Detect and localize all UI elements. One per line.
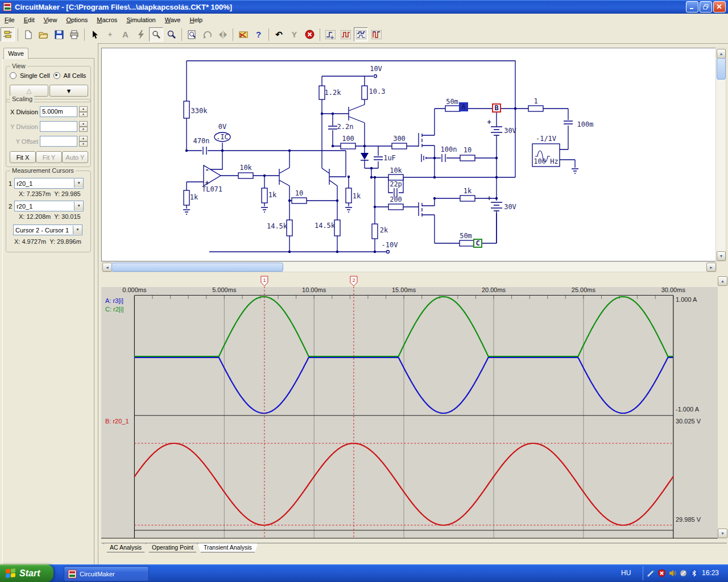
menu-file[interactable]: File <box>0 15 19 24</box>
chevron-down-icon[interactable]: ▼ <box>74 202 83 210</box>
rotate-button[interactable] <box>200 27 214 41</box>
scroll-right-button[interactable]: ► <box>706 263 716 272</box>
plus-icon: + <box>108 30 113 39</box>
wave-scroll-down-button[interactable]: ▼ <box>718 529 727 538</box>
menu-macros[interactable]: Macros <box>92 15 122 24</box>
cursor2-signal-select[interactable]: r20_1▼ <box>14 201 84 211</box>
components-button[interactable] <box>1 27 15 41</box>
x-division-input[interactable]: 5.000m <box>40 106 77 117</box>
scaling-group: Scaling X Division 5.000m ▲▼ Y Division … <box>6 99 91 167</box>
start-button[interactable]: Start <box>0 564 53 582</box>
zoom-window-button[interactable] <box>185 27 199 41</box>
scroll-left-button[interactable]: ◄ <box>102 263 112 272</box>
vscroll-thumb[interactable] <box>717 58 726 80</box>
component-label: 50m <box>446 98 458 106</box>
clock[interactable]: 16:23 <box>702 569 719 577</box>
switch-tool-button[interactable] <box>236 27 250 41</box>
component-label: 330k <box>191 107 208 115</box>
up-arrow-icon: ▲ <box>719 52 723 56</box>
undo-button[interactable]: ↶ <box>272 27 286 41</box>
tablet-settings-icon[interactable] <box>679 568 688 578</box>
text-tool-button[interactable]: A <box>118 27 133 41</box>
app-icon <box>3 2 12 11</box>
chevron-down-icon[interactable]: ▼ <box>74 179 83 188</box>
new-button[interactable] <box>21 27 35 41</box>
print-button[interactable] <box>67 27 81 41</box>
restore-button[interactable] <box>700 1 712 13</box>
zoom-tool-button[interactable] <box>164 27 179 41</box>
svg-text:A: A <box>461 103 466 111</box>
menu-edit[interactable]: Edit <box>19 15 39 24</box>
x-division-spinner[interactable]: ▲▼ <box>79 106 88 117</box>
bluetooth-icon[interactable] <box>689 568 699 578</box>
close-button[interactable] <box>713 1 726 13</box>
component-label: 10k <box>239 164 252 172</box>
cell-up-button[interactable]: △ <box>10 85 48 97</box>
schematic-vscrollbar[interactable]: ▲ ▼ <box>715 48 726 261</box>
menu-simulation[interactable]: Simulation <box>122 15 160 24</box>
component-label: -10V <box>382 241 398 249</box>
y-offset-input <box>40 136 77 147</box>
tab-ac-analysis[interactable]: AC Analysis <box>104 543 148 552</box>
menu-options[interactable]: Options <box>61 15 92 24</box>
y-division-label: Y Division <box>9 123 38 130</box>
volume-icon[interactable] <box>668 568 677 578</box>
menu-view[interactable]: View <box>39 15 62 24</box>
mixed-analysis-button[interactable] <box>369 27 383 41</box>
component-label: 30V <box>504 127 516 135</box>
stop-icon <box>305 30 315 39</box>
toolbar: + A ? ↶ Y <box>0 26 728 44</box>
lightning-run-button[interactable] <box>134 27 148 41</box>
transient-analysis-button[interactable] <box>338 27 353 41</box>
cursor2-index: 2 <box>9 203 12 210</box>
security-shield-icon[interactable] <box>657 568 667 578</box>
single-cell-radio[interactable] <box>10 72 16 79</box>
chevron-down-icon[interactable]: ▼ <box>73 226 82 234</box>
system-tray <box>646 568 699 578</box>
menu-help[interactable]: Help <box>185 15 207 24</box>
component-label: 100 Hz <box>533 157 558 165</box>
save-button[interactable] <box>52 27 66 41</box>
language-indicator[interactable]: HU <box>621 569 631 577</box>
title-bar: CircuitMaker - [C:\Program Files\...\ala… <box>0 0 728 14</box>
probe-tool-button[interactable] <box>149 27 163 41</box>
all-cells-radio[interactable] <box>53 72 60 79</box>
cell-down-button[interactable]: ▼ <box>49 85 88 97</box>
scroll-up-button[interactable]: ▲ <box>717 49 726 59</box>
schematic-canvas[interactable]: 10V1.2k10.3330k0V.IC470n2.2n1003001uFTL0… <box>101 48 717 261</box>
component-label: 22p <box>390 180 402 188</box>
wrench-button[interactable]: Y <box>287 27 301 41</box>
circuitmaker-icon <box>68 569 77 579</box>
taskbar-item-circuitmaker[interactable]: CircuitMaker <box>64 566 149 581</box>
cursor1-signal-select[interactable]: r20_1▼ <box>14 178 84 189</box>
plus-tool-button[interactable]: + <box>103 27 117 41</box>
cursor-diff-select[interactable]: Cursor 2 - Cursor 1▼ <box>13 225 82 235</box>
taskbar-item-label: CircuitMaker <box>80 571 115 577</box>
tab-wave[interactable]: Wave <box>3 48 28 59</box>
minimize-button[interactable] <box>686 1 698 13</box>
waveform-panel[interactable]: 12 A: r3[i] C: r2[i] B: r20_1 1.000 A -1… <box>101 275 718 543</box>
component-label: 1.2k <box>325 89 342 97</box>
scroll-down-button[interactable]: ▼ <box>717 251 726 261</box>
tab-transient-analysis[interactable]: Transient Analysis <box>197 543 258 552</box>
mirror-button[interactable] <box>216 27 230 41</box>
plot1-ymax-label: 1.000 A <box>676 296 697 303</box>
open-button[interactable] <box>36 27 51 41</box>
select-arrow-button[interactable] <box>88 27 102 41</box>
component-label: + <box>205 179 209 187</box>
schematic-hscrollbar[interactable]: ◄ ► <box>101 261 717 272</box>
stop-simulation-button[interactable] <box>303 27 317 41</box>
tab-operating-point[interactable]: Operating Point <box>146 543 200 552</box>
digital-analysis-button[interactable] <box>323 27 337 41</box>
hscroll-thumb[interactable] <box>111 263 283 272</box>
y-offset-spinner: ▲▼ <box>79 136 88 147</box>
multimeter-analysis-button[interactable] <box>354 27 368 41</box>
help-button[interactable]: ? <box>251 27 266 41</box>
tablet-pen-icon[interactable] <box>646 568 656 578</box>
menu-wave[interactable]: Wave <box>160 15 185 24</box>
component-label: 1uF <box>383 154 396 162</box>
x-tick-label: 30.00ms <box>657 286 689 293</box>
fit-x-button[interactable]: Fit X <box>10 151 36 163</box>
component-label: 1k <box>268 191 277 199</box>
wave-scroll-up-button[interactable]: ▲ <box>718 276 727 286</box>
